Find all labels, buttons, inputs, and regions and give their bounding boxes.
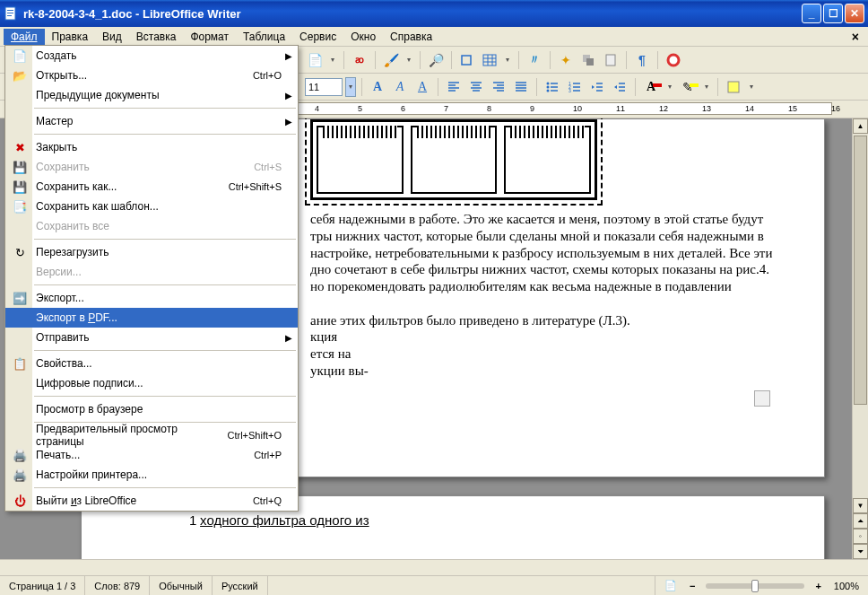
bold-icon[interactable]: A bbox=[368, 77, 387, 97]
menu-label: Выйти из LibreOffice bbox=[36, 494, 253, 507]
menu-item-saveall[interactable]: Сохранить все bbox=[5, 216, 298, 236]
vertical-scrollbar[interactable]: ▲ ▼ ⏶ ◦ ⏷ bbox=[852, 118, 868, 559]
font-size-select[interactable] bbox=[305, 78, 343, 96]
align-center-icon[interactable] bbox=[466, 77, 486, 97]
horizontal-scrollbar[interactable] bbox=[0, 559, 868, 575]
toolbar-icon[interactable] bbox=[457, 50, 477, 70]
menu-item-savetpl[interactable]: 📑 Сохранить как шаблон... bbox=[5, 197, 298, 216]
menu-item-recent[interactable]: Предыдущие документы ▶ bbox=[5, 85, 298, 105]
menu-insert[interactable]: Вставка bbox=[129, 29, 184, 45]
list-number-icon[interactable]: 123 bbox=[565, 77, 585, 97]
dropdown-icon[interactable]: ▾ bbox=[502, 50, 513, 70]
menu-item-printer[interactable]: 🖨️ Настройки принтера... bbox=[5, 465, 298, 485]
align-left-icon[interactable] bbox=[444, 77, 464, 97]
menu-item-properties[interactable]: 📋 Свойства... bbox=[5, 354, 298, 373]
scroll-down-icon[interactable]: ▼ bbox=[853, 498, 868, 513]
status-words[interactable]: Слов: 879 bbox=[85, 576, 150, 595]
menu-item-send[interactable]: Отправить ▶ bbox=[5, 328, 298, 347]
zoom-out-button[interactable]: − bbox=[686, 581, 699, 591]
menu-help[interactable]: Справка bbox=[383, 29, 439, 45]
menu-item-reload[interactable]: ↻ Перезагрузить bbox=[5, 242, 298, 262]
help-icon[interactable] bbox=[664, 50, 683, 70]
menu-item-versions[interactable]: Версии... bbox=[5, 262, 298, 282]
menu-window[interactable]: Окно bbox=[343, 29, 383, 45]
status-page[interactable]: Страница 1 / 3 bbox=[0, 576, 85, 595]
menu-item-create[interactable]: 📄 Создать ▶ bbox=[5, 46, 298, 66]
maximize-button[interactable]: ☐ bbox=[823, 4, 843, 23]
menu-item-close[interactable]: ✖ Закрыть bbox=[5, 137, 298, 157]
align-right-icon[interactable] bbox=[489, 77, 508, 97]
close-document-button[interactable]: × bbox=[852, 30, 859, 44]
align-justify-icon[interactable] bbox=[511, 77, 531, 97]
status-style[interactable]: Обычный bbox=[150, 576, 213, 595]
zoom-slider[interactable] bbox=[706, 583, 804, 589]
toolbar-icon[interactable]: 〃 bbox=[525, 50, 544, 70]
menu-item-open[interactable]: 📂 Открыть... Ctrl+O bbox=[5, 66, 298, 85]
dropdown-icon[interactable]: ▾ bbox=[701, 77, 712, 97]
menu-item-browser[interactable]: Просмотр в браузере bbox=[5, 399, 298, 419]
statusbar: Страница 1 / 3 Слов: 879 Обычный Русский… bbox=[0, 575, 868, 595]
status-view-icon[interactable]: 📄 bbox=[655, 576, 686, 595]
menu-label: Отправить bbox=[36, 331, 298, 344]
outdent-icon[interactable] bbox=[587, 77, 607, 97]
menu-label: Создать bbox=[36, 49, 298, 62]
properties-icon: 📋 bbox=[11, 355, 29, 372]
nav-select-icon[interactable]: ◦ bbox=[853, 529, 868, 544]
menu-table[interactable]: Таблица bbox=[236, 29, 292, 45]
menu-item-export[interactable]: ➡️ Экспорт... bbox=[5, 288, 298, 308]
brush-icon[interactable]: 🖌️ bbox=[381, 50, 401, 70]
menu-item-exit[interactable]: ⏻ Выйти из LibreOffice Ctrl+Q bbox=[5, 491, 298, 511]
close-button[interactable]: ✕ bbox=[845, 4, 864, 23]
new-doc-icon: 📄 bbox=[11, 48, 29, 64]
menu-item-print[interactable]: 🖨️ Печать... Ctrl+P bbox=[5, 445, 298, 465]
nav-next-icon[interactable]: ⏷ bbox=[853, 544, 868, 559]
menu-edit[interactable]: Правка bbox=[45, 29, 96, 45]
dropdown-icon[interactable]: ▾ bbox=[404, 50, 414, 70]
dropdown-icon[interactable]: ▾ bbox=[664, 77, 675, 97]
scrollbar-thumb[interactable] bbox=[854, 136, 867, 405]
menu-tools[interactable]: Сервис bbox=[292, 29, 343, 45]
menu-view[interactable]: Вид bbox=[95, 29, 129, 45]
indent-icon[interactable] bbox=[610, 77, 629, 97]
minimize-button[interactable]: _ bbox=[802, 4, 821, 23]
toolbar-icon[interactable] bbox=[724, 77, 743, 97]
file-menu-dropdown: 📄 Создать ▶ 📂 Открыть... Ctrl+O Предыдущ… bbox=[4, 45, 299, 512]
menu-item-export-pdf[interactable]: Экспорт в PDF... bbox=[5, 308, 298, 328]
status-zoom[interactable]: 100% bbox=[825, 576, 868, 595]
document-image-schematic[interactable] bbox=[310, 119, 597, 200]
dropdown-icon[interactable]: ▾ bbox=[746, 77, 757, 97]
pilcrow-icon[interactable]: ¶ bbox=[632, 50, 652, 70]
menu-item-save[interactable]: 💾 Сохранить Ctrl+S bbox=[5, 157, 298, 177]
menu-item-signatures[interactable]: Цифровые подписи... bbox=[5, 373, 298, 393]
toolbar-icon[interactable] bbox=[601, 50, 621, 70]
italic-icon[interactable]: A bbox=[390, 77, 410, 97]
menu-item-wizard[interactable]: Мастер ▶ bbox=[5, 111, 298, 131]
menu-item-saveas[interactable]: 💾 Сохранить как... Ctrl+Shift+S bbox=[5, 177, 298, 197]
table-icon[interactable] bbox=[480, 50, 499, 70]
toolbar-icon[interactable]: 📄 bbox=[305, 50, 325, 70]
menu-format[interactable]: Формат bbox=[183, 29, 236, 45]
nav-prev-icon[interactable]: ⏶ bbox=[853, 513, 868, 529]
underline-icon[interactable]: A bbox=[412, 77, 432, 97]
folder-open-icon: 📂 bbox=[11, 67, 29, 83]
submenu-arrow-icon: ▶ bbox=[285, 51, 292, 61]
print-icon: 🖨️ bbox=[11, 447, 29, 463]
toolbar-icon[interactable] bbox=[578, 50, 598, 70]
status-language[interactable]: Русский bbox=[213, 576, 268, 595]
dropdown-icon[interactable]: ▾ bbox=[345, 77, 356, 97]
zoom-in-button[interactable]: + bbox=[812, 581, 824, 591]
comment-anchor[interactable] bbox=[754, 390, 770, 407]
toolbar-icon[interactable]: 🔎 bbox=[426, 50, 446, 70]
menu-label: Настройки принтера... bbox=[36, 468, 298, 481]
menu-item-preview[interactable]: Предварительный просмотр страницы Ctrl+S… bbox=[5, 425, 298, 445]
menu-label: Открыть... bbox=[36, 69, 253, 82]
dropdown-icon[interactable]: ▾ bbox=[327, 50, 338, 70]
scroll-up-icon[interactable]: ▲ bbox=[853, 118, 868, 134]
submenu-arrow-icon: ▶ bbox=[285, 333, 292, 343]
svg-rect-12 bbox=[606, 55, 615, 66]
toolbar-icon[interactable]: ✦ bbox=[556, 50, 576, 70]
abc-icon[interactable]: ꜵ bbox=[350, 50, 369, 70]
svg-point-30 bbox=[547, 82, 550, 84]
list-bullet-icon[interactable] bbox=[542, 77, 562, 97]
menu-file[interactable]: Файл bbox=[4, 29, 45, 45]
